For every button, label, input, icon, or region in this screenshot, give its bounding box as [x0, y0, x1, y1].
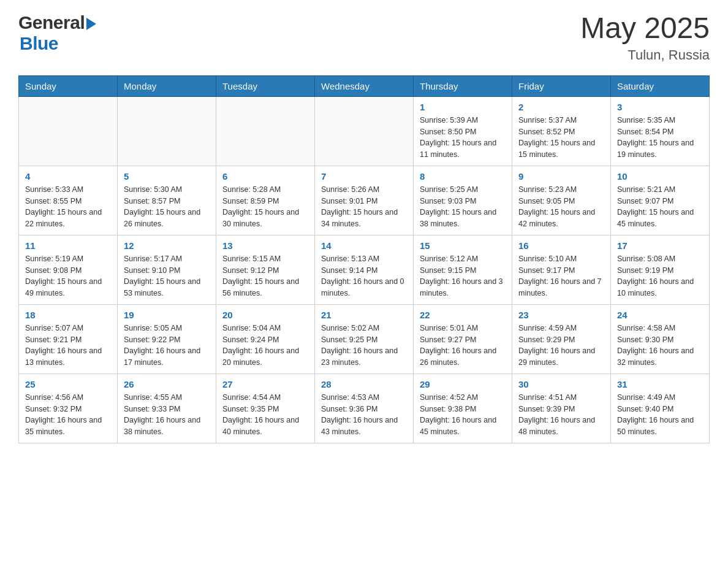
day-number: 1	[420, 102, 506, 112]
day-number: 5	[124, 171, 210, 182]
day-number: 25	[25, 379, 111, 389]
day-info: Sunrise: 5:12 AM Sunset: 9:15 PM Dayligh…	[420, 253, 506, 299]
title-section: May 2025 Tulun, Russia	[580, 12, 710, 63]
logo-blue-text: Blue	[20, 33, 58, 54]
day-number: 31	[617, 379, 703, 389]
calendar-cell	[216, 96, 315, 166]
calendar-cell: 8Sunrise: 5:25 AM Sunset: 9:03 PM Daylig…	[414, 166, 512, 235]
day-info: Sunrise: 5:08 AM Sunset: 9:19 PM Dayligh…	[617, 253, 703, 299]
day-number: 26	[124, 379, 210, 389]
day-info: Sunrise: 5:02 AM Sunset: 9:25 PM Dayligh…	[321, 323, 407, 369]
calendar-week-row: 18Sunrise: 5:07 AM Sunset: 9:21 PM Dayli…	[19, 304, 710, 373]
calendar-cell: 15Sunrise: 5:12 AM Sunset: 9:15 PM Dayli…	[414, 235, 512, 304]
location-label: Tulun, Russia	[580, 47, 710, 63]
day-number: 28	[321, 379, 407, 389]
day-info: Sunrise: 5:17 AM Sunset: 9:10 PM Dayligh…	[124, 253, 210, 299]
day-number: 18	[25, 310, 111, 320]
day-info: Sunrise: 5:21 AM Sunset: 9:07 PM Dayligh…	[617, 184, 703, 230]
day-info: Sunrise: 5:35 AM Sunset: 8:54 PM Dayligh…	[617, 115, 703, 161]
day-info: Sunrise: 5:10 AM Sunset: 9:17 PM Dayligh…	[518, 253, 604, 299]
day-info: Sunrise: 5:33 AM Sunset: 8:55 PM Dayligh…	[25, 184, 111, 230]
calendar-header-monday: Monday	[118, 75, 216, 96]
day-number: 17	[617, 240, 703, 251]
day-number: 19	[124, 310, 210, 320]
day-info: Sunrise: 5:26 AM Sunset: 9:01 PM Dayligh…	[321, 184, 407, 230]
day-number: 23	[518, 310, 604, 320]
logo-general-text: General	[18, 12, 85, 33]
calendar-cell: 7Sunrise: 5:26 AM Sunset: 9:01 PM Daylig…	[315, 166, 414, 235]
day-number: 21	[321, 310, 407, 320]
day-info: Sunrise: 5:28 AM Sunset: 8:59 PM Dayligh…	[222, 184, 308, 230]
calendar-cell: 19Sunrise: 5:05 AM Sunset: 9:22 PM Dayli…	[118, 304, 216, 373]
day-number: 12	[124, 240, 210, 251]
day-number: 13	[222, 240, 308, 251]
day-info: Sunrise: 4:58 AM Sunset: 9:30 PM Dayligh…	[617, 323, 703, 369]
day-info: Sunrise: 5:15 AM Sunset: 9:12 PM Dayligh…	[222, 253, 308, 299]
calendar-cell: 24Sunrise: 4:58 AM Sunset: 9:30 PM Dayli…	[611, 304, 710, 373]
day-info: Sunrise: 4:51 AM Sunset: 9:39 PM Dayligh…	[518, 392, 604, 438]
day-number: 11	[25, 240, 111, 251]
day-number: 24	[617, 310, 703, 320]
calendar-cell: 2Sunrise: 5:37 AM Sunset: 8:52 PM Daylig…	[512, 96, 611, 166]
day-info: Sunrise: 5:07 AM Sunset: 9:21 PM Dayligh…	[25, 323, 111, 369]
calendar-cell: 13Sunrise: 5:15 AM Sunset: 9:12 PM Dayli…	[216, 235, 315, 304]
calendar-cell: 16Sunrise: 5:10 AM Sunset: 9:17 PM Dayli…	[512, 235, 611, 304]
calendar-cell: 25Sunrise: 4:56 AM Sunset: 9:32 PM Dayli…	[19, 373, 118, 443]
logo-arrow-icon	[86, 18, 96, 30]
calendar-cell: 14Sunrise: 5:13 AM Sunset: 9:14 PM Dayli…	[315, 235, 414, 304]
day-number: 27	[222, 379, 308, 389]
day-number: 20	[222, 310, 308, 320]
day-info: Sunrise: 4:56 AM Sunset: 9:32 PM Dayligh…	[25, 392, 111, 438]
calendar-header-friday: Friday	[512, 75, 611, 96]
month-year-title: May 2025	[580, 12, 710, 45]
day-number: 4	[25, 171, 111, 182]
calendar-cell: 27Sunrise: 4:54 AM Sunset: 9:35 PM Dayli…	[216, 373, 315, 443]
calendar-cell: 12Sunrise: 5:17 AM Sunset: 9:10 PM Dayli…	[118, 235, 216, 304]
day-number: 29	[420, 379, 506, 389]
day-info: Sunrise: 4:49 AM Sunset: 9:40 PM Dayligh…	[617, 392, 703, 438]
day-info: Sunrise: 4:53 AM Sunset: 9:36 PM Dayligh…	[321, 392, 407, 438]
day-info: Sunrise: 5:23 AM Sunset: 9:05 PM Dayligh…	[518, 184, 604, 230]
calendar-cell	[315, 96, 414, 166]
calendar-cell: 28Sunrise: 4:53 AM Sunset: 9:36 PM Dayli…	[315, 373, 414, 443]
calendar-week-row: 11Sunrise: 5:19 AM Sunset: 9:08 PM Dayli…	[19, 235, 710, 304]
calendar-cell: 31Sunrise: 4:49 AM Sunset: 9:40 PM Dayli…	[611, 373, 710, 443]
day-info: Sunrise: 5:04 AM Sunset: 9:24 PM Dayligh…	[222, 323, 308, 369]
day-info: Sunrise: 5:39 AM Sunset: 8:50 PM Dayligh…	[420, 115, 506, 161]
day-info: Sunrise: 5:05 AM Sunset: 9:22 PM Dayligh…	[124, 323, 210, 369]
day-info: Sunrise: 5:37 AM Sunset: 8:52 PM Dayligh…	[518, 115, 604, 161]
calendar-cell: 20Sunrise: 5:04 AM Sunset: 9:24 PM Dayli…	[216, 304, 315, 373]
day-info: Sunrise: 4:55 AM Sunset: 9:33 PM Dayligh…	[124, 392, 210, 438]
calendar-header-wednesday: Wednesday	[315, 75, 414, 96]
logo: General Blue	[18, 12, 96, 54]
calendar-cell: 1Sunrise: 5:39 AM Sunset: 8:50 PM Daylig…	[414, 96, 512, 166]
calendar-cell: 26Sunrise: 4:55 AM Sunset: 9:33 PM Dayli…	[118, 373, 216, 443]
day-number: 6	[222, 171, 308, 182]
calendar-week-row: 25Sunrise: 4:56 AM Sunset: 9:32 PM Dayli…	[19, 373, 710, 443]
day-number: 14	[321, 240, 407, 251]
calendar-header-tuesday: Tuesday	[216, 75, 315, 96]
calendar-header-thursday: Thursday	[414, 75, 512, 96]
day-info: Sunrise: 5:13 AM Sunset: 9:14 PM Dayligh…	[321, 253, 407, 299]
calendar-table: SundayMondayTuesdayWednesdayThursdayFrid…	[18, 75, 710, 443]
calendar-cell: 18Sunrise: 5:07 AM Sunset: 9:21 PM Dayli…	[19, 304, 118, 373]
calendar-cell	[118, 96, 216, 166]
page-header: General Blue May 2025 Tulun, Russia	[18, 12, 710, 63]
calendar-cell: 10Sunrise: 5:21 AM Sunset: 9:07 PM Dayli…	[611, 166, 710, 235]
day-number: 10	[617, 171, 703, 182]
day-info: Sunrise: 4:54 AM Sunset: 9:35 PM Dayligh…	[222, 392, 308, 438]
calendar-cell: 17Sunrise: 5:08 AM Sunset: 9:19 PM Dayli…	[611, 235, 710, 304]
calendar-cell: 3Sunrise: 5:35 AM Sunset: 8:54 PM Daylig…	[611, 96, 710, 166]
day-number: 15	[420, 240, 506, 251]
calendar-week-row: 1Sunrise: 5:39 AM Sunset: 8:50 PM Daylig…	[19, 96, 710, 166]
calendar-week-row: 4Sunrise: 5:33 AM Sunset: 8:55 PM Daylig…	[19, 166, 710, 235]
day-number: 2	[518, 102, 604, 112]
calendar-cell: 30Sunrise: 4:51 AM Sunset: 9:39 PM Dayli…	[512, 373, 611, 443]
day-number: 9	[518, 171, 604, 182]
day-number: 8	[420, 171, 506, 182]
day-number: 22	[420, 310, 506, 320]
calendar-cell: 6Sunrise: 5:28 AM Sunset: 8:59 PM Daylig…	[216, 166, 315, 235]
calendar-cell: 23Sunrise: 4:59 AM Sunset: 9:29 PM Dayli…	[512, 304, 611, 373]
calendar-cell: 21Sunrise: 5:02 AM Sunset: 9:25 PM Dayli…	[315, 304, 414, 373]
day-info: Sunrise: 5:30 AM Sunset: 8:57 PM Dayligh…	[124, 184, 210, 230]
